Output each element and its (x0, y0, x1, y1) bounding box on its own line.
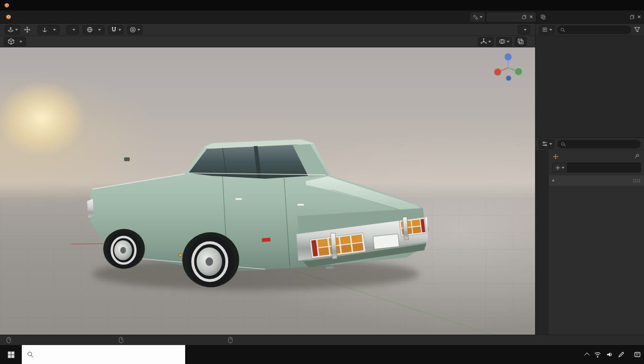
viewport-header (0, 36, 535, 47)
scene-browse-button[interactable] (470, 12, 485, 22)
panel-grip-icon[interactable] (633, 179, 641, 183)
car-object[interactable] (0, 47, 535, 335)
id-type-chip[interactable] (552, 163, 567, 173)
orientation-dropdown[interactable] (37, 25, 60, 35)
blender-menu-icon[interactable] (3, 13, 12, 21)
scene-icon (473, 14, 478, 20)
drag-dropdown[interactable] (66, 25, 79, 35)
chevron-down-icon (19, 41, 22, 43)
toggle-xray-button[interactable] (515, 37, 527, 46)
chevron-down-icon (562, 167, 564, 169)
unlink-scene-icon[interactable]: ✕ (529, 15, 533, 19)
display-mode-icon (541, 26, 548, 33)
chevron-down-icon (98, 29, 101, 31)
object-mode-dropdown[interactable] (4, 37, 26, 46)
minimize-button[interactable] (581, 0, 602, 10)
options-dropdown[interactable] (518, 25, 530, 35)
side-marker-lamp (262, 237, 271, 242)
action-center-icon[interactable] (634, 351, 641, 358)
exhaust-tip (326, 266, 333, 269)
chevron-down-icon (524, 29, 527, 31)
outliner-filter-dropdown[interactable] (539, 25, 555, 35)
proportional-editing-icon (129, 26, 136, 33)
chevron-down-icon (507, 41, 510, 43)
chevron-down-icon (137, 29, 140, 31)
mouse-right-hint-icon (228, 337, 233, 343)
network-icon[interactable] (594, 351, 601, 358)
front-wheel[interactable] (103, 229, 145, 269)
viewport-3d (0, 36, 535, 335)
mouse-left-hint-icon (7, 337, 11, 343)
properties-tab-rail (536, 150, 549, 335)
chevron-down-icon (118, 29, 121, 31)
show-overlays-toggle[interactable] (496, 37, 512, 46)
proportional-editing-toggle[interactable] (127, 25, 143, 35)
empty-object-icon (555, 165, 561, 171)
front-bumper (87, 199, 94, 218)
door-handle (235, 198, 242, 200)
volume-icon[interactable] (606, 351, 613, 358)
chevron-down-icon (53, 29, 56, 31)
object-name-row (552, 163, 641, 173)
pen-icon[interactable] (617, 351, 625, 358)
sliders-icon (541, 140, 548, 147)
object-name-input[interactable] (567, 163, 641, 173)
properties-search-input[interactable] (557, 140, 641, 148)
properties-editor-type-dropdown[interactable] (539, 139, 555, 149)
magnet-icon (110, 26, 117, 33)
new-scene-icon[interactable] (521, 14, 527, 20)
viewport-canvas[interactable] (0, 47, 535, 335)
scene-name-field[interactable]: ✕ (487, 12, 536, 22)
cube-icon (8, 38, 15, 45)
properties-header (536, 138, 644, 150)
start-button[interactable] (0, 345, 22, 364)
navigation-gizmo[interactable] (492, 52, 524, 83)
status-bar (0, 335, 644, 345)
windows-taskbar (0, 345, 644, 364)
system-tray (586, 345, 644, 364)
breadcrumb (549, 150, 644, 161)
snapping-toggle[interactable] (108, 25, 124, 35)
close-button[interactable] (623, 0, 644, 10)
transform-panel-header[interactable]: ▾ (549, 175, 644, 186)
taskbar-search[interactable] (22, 345, 185, 364)
tool-settings-bar (0, 24, 644, 36)
outliner-search-input[interactable] (557, 26, 631, 34)
outliner (536, 36, 644, 137)
side-mirror (124, 157, 130, 161)
taskbar-search-input[interactable] (38, 351, 180, 358)
titlebar (0, 0, 644, 10)
rear-wheel[interactable] (182, 232, 239, 287)
blender-logo-icon (3, 2, 9, 9)
view-layer-name-field[interactable]: ✕ (548, 12, 644, 22)
show-gizmo-toggle[interactable] (478, 37, 493, 46)
license-plate[interactable] (373, 234, 400, 249)
chevron-down-icon (15, 29, 18, 31)
editor-3d-viewport-icon (7, 26, 14, 33)
mouse-middle-hint-icon (119, 337, 123, 343)
chevron-down-icon (549, 143, 552, 145)
object-origin-dot[interactable] (179, 254, 182, 257)
chevron-down-icon (72, 29, 75, 31)
blender-window: ✕ ✕ (0, 0, 644, 364)
globe-icon (86, 26, 93, 33)
transform-orientation-dropdown[interactable] (82, 25, 105, 35)
filter-funnel-icon[interactable] (634, 26, 641, 33)
remove-view-layer-icon[interactable]: ✕ (637, 15, 641, 19)
viewport-toggles (478, 37, 531, 46)
chevron-down-icon (549, 29, 552, 31)
view-layer-icon (540, 14, 546, 20)
active-tool-move-icon (24, 26, 31, 33)
new-view-layer-icon[interactable] (629, 14, 635, 20)
orientation-axes-icon (41, 26, 48, 33)
outliner-header (535, 24, 644, 36)
editor-type-dropdown[interactable] (5, 25, 20, 35)
view-layer-selector: ✕ (536, 10, 644, 23)
chevron-down-icon (480, 16, 483, 18)
collapse-icon[interactable]: ▾ (552, 178, 555, 183)
tray-chevron-up-icon[interactable] (584, 353, 590, 358)
pin-icon[interactable] (634, 153, 640, 160)
empty-object-icon (553, 154, 559, 160)
gizmo-icon (480, 38, 487, 45)
maximize-button[interactable] (602, 0, 623, 10)
